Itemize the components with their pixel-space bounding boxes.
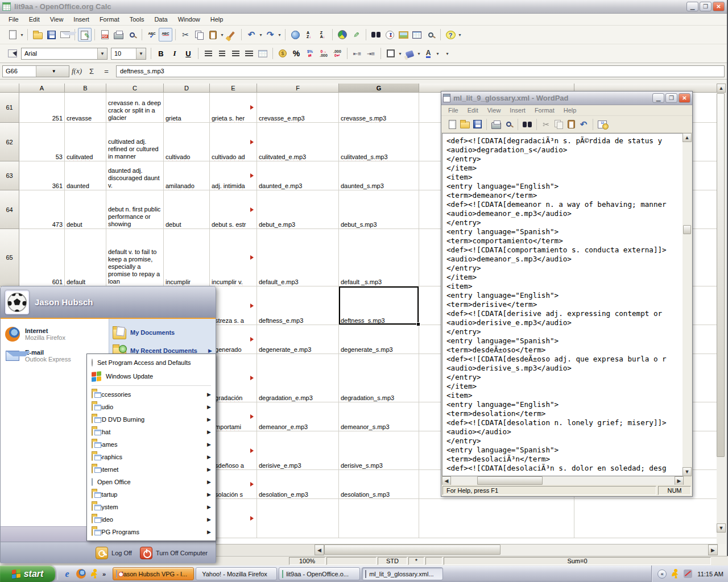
wp-paste-icon[interactable] (565, 118, 577, 131)
underline-icon[interactable]: U (181, 47, 195, 60)
cell[interactable]: grieta s. her (210, 93, 257, 123)
scrollbar-thumb[interactable] (683, 225, 691, 234)
cell[interactable]: esolación s (210, 470, 257, 499)
navigator-icon[interactable] (383, 28, 396, 41)
chevron-down-icon[interactable]: ▼ (36, 66, 69, 77)
increase-indent-icon[interactable]: ⇥≡ (364, 47, 378, 60)
status-sum[interactable]: Sum=0 (444, 557, 711, 565)
wp-save-icon[interactable] (471, 118, 483, 131)
maximize-button[interactable]: ❐ (665, 93, 677, 103)
cell[interactable]: demeanor_s.mp3 (339, 402, 419, 431)
column-header-G[interactable]: G (339, 84, 419, 93)
cell[interactable]: cultivado ad (210, 123, 257, 161)
number-standard-icon[interactable]: $%⇄ (303, 47, 317, 60)
scroll-left-icon[interactable]: ◀ (442, 476, 451, 485)
scrollbar-thumb[interactable] (717, 93, 725, 457)
scrollbar-thumb[interactable] (324, 544, 500, 555)
row-header-63[interactable]: 63 (0, 161, 19, 190)
menu-file[interactable]: File (444, 106, 463, 115)
row-header-65[interactable]: 65 (0, 229, 19, 286)
wp-print-icon[interactable] (490, 118, 502, 131)
decrease-indent-icon[interactable]: ⇤≡ (350, 47, 364, 60)
gallery-icon[interactable] (396, 28, 410, 41)
zoom-icon[interactable] (424, 28, 437, 41)
chevron-down-icon[interactable]: ▾ (19, 28, 24, 41)
scroll-down-icon[interactable]: ▼ (682, 467, 692, 476)
maximize-button[interactable]: ❐ (700, 2, 712, 11)
draw-functions-icon[interactable]: ✎ (349, 28, 363, 41)
merge-cells-icon[interactable] (256, 47, 270, 60)
calc-titlebar[interactable]: lit9aa - OpenOffice.org Calc ▁ ❐ ✕ (0, 0, 727, 14)
scroll-left-icon[interactable]: ◀ (315, 544, 324, 555)
start-button[interactable]: start (0, 566, 55, 582)
cell[interactable]: default v. to fail to keep a promise, es… (106, 229, 164, 286)
scroll-right-icon[interactable]: ▶ (675, 476, 684, 485)
log-off-button[interactable]: Log Off (96, 547, 132, 559)
chevron-down-icon[interactable]: ▾ (435, 47, 440, 60)
program-group-internet[interactable]: Internet▶ (88, 463, 214, 476)
minimize-button[interactable]: ▁ (652, 93, 664, 103)
cell[interactable]: culitvated_s.mp3 (339, 123, 419, 161)
cell[interactable]: derisive_s.mp3 (339, 431, 419, 470)
chevron-down-icon[interactable]: ▾ (416, 47, 421, 60)
background-color-icon[interactable] (403, 47, 416, 60)
column-header-F[interactable]: F (257, 84, 339, 93)
menu-format[interactable]: Format (530, 106, 559, 115)
close-button[interactable]: ✕ (679, 93, 690, 103)
export-pdf-icon[interactable] (98, 28, 111, 41)
taskbar-button-yahoo-mozilla-firefox[interactable]: Yahoo! - Mozilla Firefox (196, 567, 277, 580)
cell[interactable]: daunted (65, 161, 106, 190)
start-menu-item-my-documents[interactable]: My Documents (109, 323, 216, 342)
wordpad-vertical-scrollbar[interactable]: ▲ ▼ (682, 133, 692, 476)
styles-icon[interactable] (6, 47, 19, 60)
status-zoom[interactable]: 100% (289, 557, 325, 565)
spellcheck-icon[interactable]: ABC (145, 28, 159, 41)
font-color-icon[interactable]: A (421, 47, 435, 60)
chevron-down-icon[interactable]: ▼ (97, 48, 107, 59)
wp-find-icon[interactable] (521, 118, 533, 131)
wp-copy-icon[interactable] (552, 118, 565, 131)
chevron-down-icon[interactable]: ▾ (220, 28, 225, 41)
cell[interactable] (574, 499, 718, 538)
print-icon[interactable] (111, 28, 125, 41)
cell[interactable]: daunted_e.mp3 (257, 161, 339, 190)
cell[interactable] (419, 499, 574, 538)
italic-icon[interactable]: I (168, 47, 181, 60)
cell[interactable]: 361 (19, 161, 65, 190)
program-item-set-program-access-and-defaults[interactable]: Set Program Access and Defaults (88, 356, 214, 369)
cell[interactable]: culitvated_e.mp3 (257, 123, 339, 161)
redo-icon[interactable]: ↷ (263, 28, 277, 41)
menu-file[interactable]: File (3, 15, 24, 24)
cell[interactable]: debut_s.mp3 (339, 190, 419, 229)
cell[interactable]: incumplir v. (210, 229, 257, 286)
hyperlink-icon[interactable] (288, 28, 302, 41)
align-center-icon[interactable] (215, 47, 229, 60)
cell[interactable]: crevasse (65, 93, 106, 123)
wp-datetime-icon[interactable]: 12 (596, 118, 609, 131)
cell[interactable]: daunted_s.mp3 (339, 161, 419, 190)
status-modified[interactable]: * (408, 557, 424, 565)
program-group-video[interactable]: Video▶ (88, 513, 214, 526)
cell[interactable]: debut (65, 190, 106, 229)
menu-format[interactable]: Format (94, 15, 125, 24)
font-size-select[interactable]: 10 ▼ (111, 48, 146, 60)
wordpad-text-area[interactable]: <def><![CDATA[degradaciÃ³n s. pÃ©rdida d… (442, 133, 684, 476)
cell[interactable] (210, 499, 257, 538)
taskbar-button-ml_lit_9_glossary-xml-[interactable]: ml_lit_9_glossary.xml... (362, 567, 443, 580)
cell[interactable]: degenerate_s.mp3 (339, 325, 419, 354)
wp-undo-icon[interactable]: ↶ (577, 118, 590, 131)
function-wizard-icon[interactable]: f(x) (69, 66, 84, 76)
close-button[interactable]: ✕ (713, 2, 725, 11)
chevron-down-icon[interactable]: ▾ (277, 28, 282, 41)
cell[interactable]: amilanado (164, 161, 210, 190)
taskbar-button-lit9aa-openoffice-o-[interactable]: lit9aa - OpenOffice.o... (279, 567, 360, 580)
cell[interactable]: cultivated adj. refined or cultured in m… (106, 123, 164, 161)
cell[interactable]: crevasse n. a deep crack or split in a g… (106, 93, 164, 123)
cell[interactable]: degradation_e.mp3 (257, 354, 339, 402)
borders-icon[interactable] (384, 47, 398, 60)
cell[interactable] (339, 499, 419, 538)
program-item-windows-update[interactable]: Windows Update (88, 369, 214, 383)
program-group-vpg-programs[interactable]: VPG Programs▶ (88, 526, 214, 538)
help-icon[interactable]: ? (444, 28, 457, 41)
align-justify-icon[interactable] (242, 47, 256, 60)
